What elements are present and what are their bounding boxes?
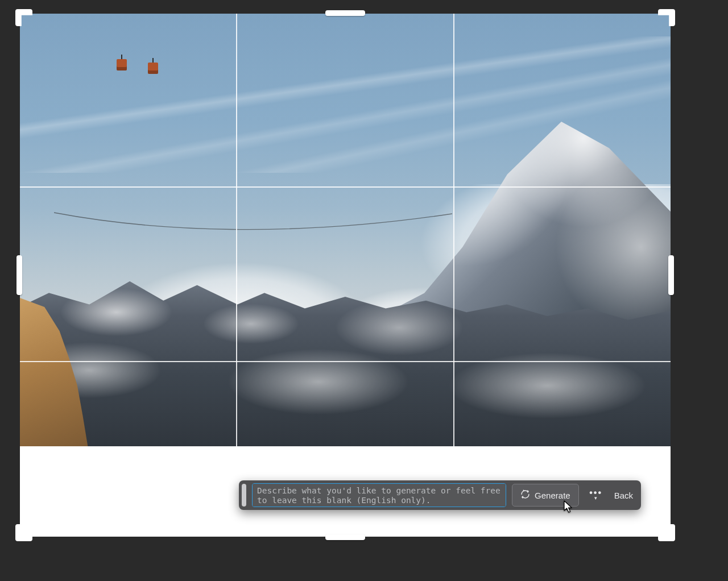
generate-button[interactable]: Generate <box>512 484 579 507</box>
prompt-input[interactable] <box>252 483 506 507</box>
crop-canvas[interactable] <box>20 14 671 537</box>
image-preview <box>20 14 671 446</box>
generate-button-label: Generate <box>535 491 570 500</box>
grid-line-horizontal-1 <box>20 186 671 188</box>
cable-car-1 <box>117 59 127 70</box>
crop-handle-top[interactable] <box>325 10 365 16</box>
crop-handle-left[interactable] <box>16 255 22 295</box>
cable-car-2 <box>148 63 158 74</box>
grid-line-vertical-2 <box>453 14 454 537</box>
back-button[interactable]: Back <box>613 491 636 500</box>
crop-handle-bottom-left[interactable] <box>15 524 32 541</box>
crop-handle-bottom[interactable] <box>325 534 365 540</box>
sparkle-refresh-icon <box>520 489 530 501</box>
drag-handle[interactable] <box>242 484 246 507</box>
caret-down-icon: ▾ <box>594 496 597 500</box>
grid-line-vertical-1 <box>236 14 237 537</box>
back-button-label: Back <box>614 491 633 500</box>
grid-line-horizontal-2 <box>20 361 671 362</box>
crop-handle-bottom-right[interactable] <box>658 524 675 541</box>
more-options-button[interactable]: ••• ▾ <box>585 484 607 507</box>
ellipsis-icon: ••• <box>589 491 602 495</box>
generative-fill-bar: Generate ••• ▾ Back <box>239 480 641 510</box>
crop-handle-right[interactable] <box>668 255 674 295</box>
